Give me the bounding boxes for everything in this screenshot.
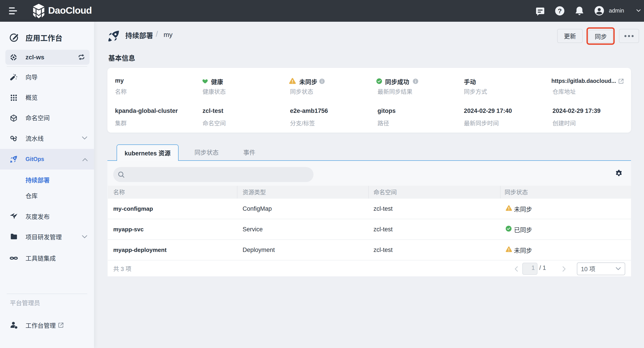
svg-text:?: ? <box>558 7 562 15</box>
